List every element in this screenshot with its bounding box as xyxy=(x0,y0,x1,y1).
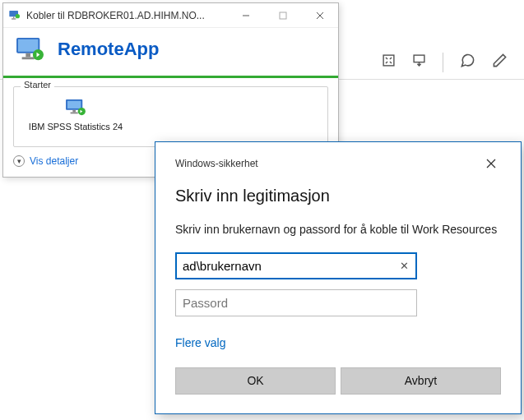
username-field-wrapper: ✕ xyxy=(175,252,417,279)
password-input[interactable] xyxy=(183,296,410,310)
svg-rect-17 xyxy=(72,110,76,113)
download-icon[interactable] xyxy=(412,53,426,71)
starter-legend: Starter xyxy=(21,80,54,90)
toolbar-separator xyxy=(443,53,443,72)
svg-rect-3 xyxy=(13,16,14,18)
svg-rect-12 xyxy=(26,53,30,58)
svg-rect-0 xyxy=(383,55,394,66)
cred-description: Skriv inn brukernavn og passord for å ko… xyxy=(175,222,501,238)
remoteapp-header: RemoteApp xyxy=(3,28,338,78)
more-choices-link[interactable]: Flere valg xyxy=(175,336,501,349)
svg-rect-11 xyxy=(18,39,38,52)
window-titlebar: Kobler til RDBROKER01.AD.HIHM.NO... xyxy=(3,3,338,28)
username-input[interactable] xyxy=(183,259,410,273)
edit-icon[interactable] xyxy=(492,53,508,72)
remoteapp-brand: RemoteApp xyxy=(58,39,159,60)
cred-titlebar: Windows-sikkerhet xyxy=(175,154,501,173)
maximize-button[interactable] xyxy=(264,3,301,28)
cancel-button[interactable]: Avbryt xyxy=(341,367,501,395)
remoteapp-logo-icon xyxy=(15,36,46,62)
svg-rect-18 xyxy=(71,113,78,114)
comment-icon[interactable] xyxy=(460,53,475,72)
fullscreen-icon[interactable] xyxy=(382,53,396,71)
svg-rect-1 xyxy=(414,55,424,62)
chevron-down-icon: ▾ xyxy=(13,155,25,167)
svg-rect-16 xyxy=(67,101,81,108)
password-field-wrapper xyxy=(175,289,417,316)
starter-groupbox: Starter IBM SPSS Statistics 24 xyxy=(13,86,328,147)
svg-rect-4 xyxy=(12,18,16,19)
minimize-button[interactable] xyxy=(227,3,264,28)
cred-heading: Skriv inn legitimasjon xyxy=(175,187,501,205)
close-button[interactable] xyxy=(301,3,338,28)
window-title: Kobler til RDBROKER01.AD.HIHM.NO... xyxy=(26,10,205,21)
svg-point-5 xyxy=(16,14,20,18)
remoteapp-titlebar-icon xyxy=(8,9,21,22)
cred-button-row: OK Avbryt xyxy=(175,367,501,395)
svg-rect-7 xyxy=(280,12,286,19)
ok-button[interactable]: OK xyxy=(175,367,336,395)
close-icon[interactable] xyxy=(481,154,501,173)
app-label: IBM SPSS Statistics 24 xyxy=(29,122,123,132)
cred-title: Windows-sikkerhet xyxy=(175,158,258,169)
clear-input-icon[interactable]: ✕ xyxy=(400,260,409,272)
app-monitor-icon xyxy=(65,99,86,117)
svg-rect-13 xyxy=(22,57,35,59)
details-label: Vis detaljer xyxy=(30,155,78,167)
credentials-dialog: Windows-sikkerhet Skriv inn legitimasjon… xyxy=(155,141,522,414)
app-item-spss[interactable]: IBM SPSS Statistics 24 xyxy=(22,99,129,132)
